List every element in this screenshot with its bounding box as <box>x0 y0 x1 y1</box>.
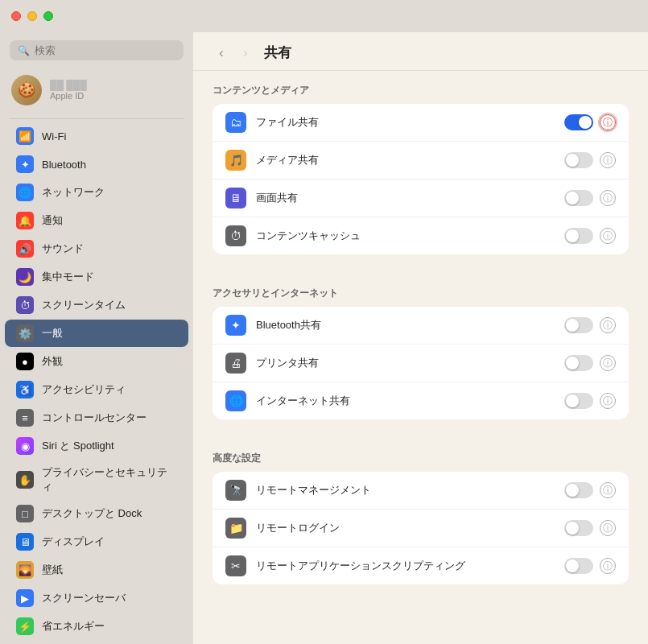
profile-item[interactable]: 🍪 ██ ███ Apple ID <box>0 68 193 112</box>
sidebar-item-accessibility[interactable]: ♿ アクセシビリティ <box>5 376 188 403</box>
media-share-toggle[interactable] <box>564 152 593 168</box>
setting-row-media-share: 🎵 メディア共有 ⓘ <box>213 142 629 180</box>
bt-share-info-button[interactable]: ⓘ <box>600 317 616 333</box>
section-accessory-internet: アクセサリとインターネット ✦ Bluetooth共有 ⓘ 🖨 プリンタ共有 ⓘ… <box>193 274 648 439</box>
sidebar-item-control[interactable]: ≡ コントロールセンター <box>5 404 188 431</box>
setting-row-file-share: 🗂 ファイル共有 ⓘ <box>213 104 629 142</box>
sidebar-item-privacy[interactable]: ✋ プライバシーとセキュリティ <box>5 460 188 499</box>
screen-share-label: 画面共有 <box>256 191 564 205</box>
internet-share-icon: 🌐 <box>225 390 246 411</box>
printer-share-label: プリンタ共有 <box>256 356 564 370</box>
sidebar-item-wifi[interactable]: 📶 Wi-Fi <box>5 122 188 150</box>
card-advanced: 🔭 リモートマネージメント ⓘ 📁 リモートログイン ⓘ ✂ リモートアプリケー… <box>213 472 629 584</box>
siri-icon: ◉ <box>16 437 34 455</box>
internet-share-toggle[interactable] <box>564 393 593 409</box>
setting-row-remote-login: 📁 リモートログイン ⓘ <box>213 510 629 547</box>
file-share-label: ファイル共有 <box>256 115 564 130</box>
nav-back-button[interactable]: ‹ <box>213 44 230 62</box>
content-cache-toggle[interactable] <box>564 228 593 244</box>
media-share-label: メディア共有 <box>256 153 564 167</box>
sidebar-item-siri[interactable]: ◉ Siri と Spotlight <box>5 432 188 460</box>
maximize-button[interactable] <box>43 11 53 21</box>
search-icon: 🔍 <box>18 45 30 56</box>
sidebar-item-desktop[interactable]: □ デスクトップと Dock <box>5 500 188 527</box>
remote-script-toggle[interactable] <box>564 558 593 574</box>
remote-login-toggle[interactable] <box>564 520 593 536</box>
energy-icon: ⚡ <box>16 617 34 635</box>
sidebar-label-network: ネットワーク <box>42 185 105 200</box>
remote-login-controls: ⓘ <box>564 520 616 536</box>
remote-mgmt-info-button[interactable]: ⓘ <box>600 482 616 498</box>
screen-share-info-button[interactable]: ⓘ <box>600 190 616 206</box>
main-content: ‹ › 共有 コンテンツとメディア 🗂 ファイル共有 ⓘ 🎵 メディア共有 ⓘ … <box>193 32 648 644</box>
privacy-icon: ✋ <box>16 471 34 489</box>
close-button[interactable] <box>11 11 21 21</box>
sidebar-item-network[interactable]: 🌐 ネットワーク <box>5 179 188 206</box>
content-area: 🔍 🍪 ██ ███ Apple ID 📶 Wi-Fi ✦ Bluetooth … <box>0 32 648 644</box>
nav-forward-button[interactable]: › <box>237 44 254 62</box>
bt-share-controls: ⓘ <box>564 317 616 333</box>
avatar: 🍪 <box>11 75 42 105</box>
sidebar-item-sound[interactable]: 🔊 サウンド <box>5 235 188 262</box>
sidebar-label-accessibility: アクセシビリティ <box>42 382 126 397</box>
setting-row-content-cache: ⏱ コンテンツキャッシュ ⓘ <box>213 217 629 254</box>
bt-share-toggle[interactable] <box>564 317 593 333</box>
sound-icon: 🔊 <box>16 240 34 258</box>
remote-mgmt-label: リモートマネージメント <box>256 483 564 497</box>
screensaver-icon: ▶ <box>16 589 34 607</box>
display-icon: 🖥 <box>16 533 34 551</box>
setting-row-bt-share: ✦ Bluetooth共有 ⓘ <box>213 307 629 345</box>
accessibility-icon: ♿ <box>16 381 34 398</box>
sidebar-item-focus[interactable]: 🌙 集中モード <box>5 263 188 291</box>
remote-mgmt-toggle[interactable] <box>564 482 593 498</box>
internet-share-label: インターネット共有 <box>256 394 564 408</box>
sidebar-item-bluetooth[interactable]: ✦ Bluetooth <box>5 151 188 178</box>
internet-share-controls: ⓘ <box>564 393 616 409</box>
printer-share-toggle[interactable] <box>564 355 593 371</box>
screen-share-toggle[interactable] <box>564 190 593 206</box>
sidebar-label-notification: 通知 <box>42 213 63 228</box>
content-cache-info-button[interactable]: ⓘ <box>600 228 616 244</box>
sidebar-item-wallpaper[interactable]: 🌄 壁紙 <box>5 556 188 584</box>
sidebar-item-screentime[interactable]: ⏱ スクリーンタイム <box>5 291 188 319</box>
file-share-info-button[interactable]: ⓘ <box>600 114 616 130</box>
setting-row-remote-mgmt: 🔭 リモートマネージメント ⓘ <box>213 472 629 510</box>
remote-script-controls: ⓘ <box>564 558 616 574</box>
search-box[interactable]: 🔍 <box>10 40 184 60</box>
screen-share-icon: 🖥 <box>225 188 246 208</box>
sidebar-label-focus: 集中モード <box>42 270 94 284</box>
sidebar-item-appearance[interactable]: ● 外観 <box>5 348 188 375</box>
remote-script-info-button[interactable]: ⓘ <box>600 558 616 574</box>
sidebar-item-notification[interactable]: 🔔 通知 <box>5 207 188 234</box>
printer-share-controls: ⓘ <box>564 355 616 371</box>
sidebar-label-bluetooth: Bluetooth <box>42 159 86 171</box>
control-icon: ≡ <box>16 409 34 427</box>
sidebar-item-general[interactable]: ⚙️ 一般 <box>5 320 188 347</box>
internet-share-info-button[interactable]: ⓘ <box>600 393 616 409</box>
sidebar-label-screentime: スクリーンタイム <box>42 298 126 312</box>
section-title-advanced: 高度な設定 <box>213 452 629 465</box>
search-input[interactable] <box>35 44 175 56</box>
minimize-button[interactable] <box>27 11 37 21</box>
media-share-info-button[interactable]: ⓘ <box>600 152 616 168</box>
section-content-media: コンテンツとメディア 🗂 ファイル共有 ⓘ 🎵 メディア共有 ⓘ 🖥 画面共有 … <box>193 71 648 274</box>
section-advanced: 高度な設定 🔭 リモートマネージメント ⓘ 📁 リモートログイン ⓘ ✂ リモー… <box>193 439 648 604</box>
remote-script-icon: ✂ <box>225 555 246 576</box>
card-content-media: 🗂 ファイル共有 ⓘ 🎵 メディア共有 ⓘ 🖥 画面共有 ⓘ ⏱ コンテンツキャ… <box>213 104 629 254</box>
general-icon: ⚙️ <box>16 324 34 342</box>
sidebar-item-display[interactable]: 🖥 ディスプレイ <box>5 528 188 555</box>
sidebar-item-screensaver[interactable]: ▶ スクリーンセーバ <box>5 584 188 612</box>
setting-row-remote-script: ✂ リモートアプリケーションスクリプティング ⓘ <box>213 547 629 584</box>
file-share-controls: ⓘ <box>564 114 616 130</box>
sidebar-label-display: ディスプレイ <box>42 535 105 549</box>
content-cache-icon: ⏱ <box>225 225 246 246</box>
remote-login-info-button[interactable]: ⓘ <box>600 520 616 536</box>
sidebar-label-desktop: デスクトップと Dock <box>42 506 142 521</box>
file-share-toggle[interactable] <box>564 114 593 130</box>
setting-row-printer-share: 🖨 プリンタ共有 ⓘ <box>213 345 629 382</box>
remote-login-icon: 📁 <box>225 518 246 539</box>
sidebar-item-energy[interactable]: ⚡ 省エネルギー <box>5 613 188 640</box>
sidebar-label-wifi: Wi-Fi <box>42 130 66 142</box>
printer-share-info-button[interactable]: ⓘ <box>600 355 616 371</box>
sidebar-label-siri: Siri と Spotlight <box>42 439 114 453</box>
